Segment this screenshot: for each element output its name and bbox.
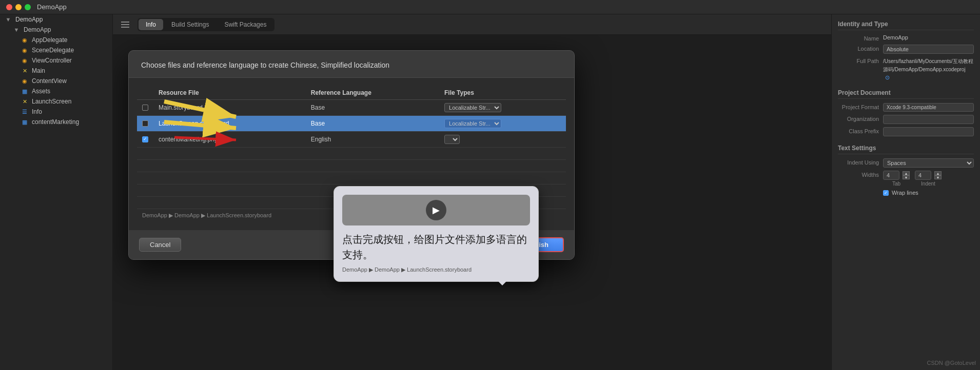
traffic-lights <box>6 4 31 10</box>
sidebar-header[interactable]: ▼ DemoApp <box>0 14 112 25</box>
sidebar-item-assets[interactable]: ▦ Assets <box>0 86 112 96</box>
indent-width-input[interactable] <box>915 171 931 180</box>
text-settings-section: Text Settings Indent Using Spaces Tabs W… <box>838 145 974 196</box>
dialog-header: Choose files and reference language to c… <box>129 51 574 78</box>
stepper-down[interactable]: ▼ <box>934 175 942 179</box>
fullpath-row: Full Path /Users/fazhanli/MyDocuments/互动… <box>838 57 974 81</box>
sidebar-item-label: SceneDelegate <box>32 47 74 54</box>
wrap-lines-label: Wrap lines <box>892 190 918 196</box>
sidebar-item-main[interactable]: ✕ Main <box>0 66 112 76</box>
chevron-icon: ▼ <box>4 16 12 23</box>
table-row-empty <box>137 160 566 172</box>
project-format-row: Project Format <box>838 103 974 112</box>
name-value: DemoApp <box>883 34 974 40</box>
sidebar-item-label: Assets <box>32 88 50 95</box>
sidebar-item-viewcontroller[interactable]: ◉ ViewController <box>0 55 112 66</box>
sidebar-item-label: Main <box>32 67 45 74</box>
sidebar-item-appdelegate[interactable]: ◉ AppDelegate <box>0 35 112 45</box>
sidebar-item-launchscreen[interactable]: ✕ LaunchScreen <box>0 96 112 107</box>
filetype-select[interactable]: Localizable Str... <box>444 103 501 112</box>
maximize-button[interactable] <box>25 4 31 10</box>
indent-stepper: ▲ ▼ <box>934 171 942 179</box>
col-file-types: File Types <box>439 86 566 100</box>
tab-info[interactable]: Info <box>139 19 163 30</box>
stepper-up[interactable]: ▲ <box>934 171 942 175</box>
filetype-select[interactable] <box>444 135 460 144</box>
row-language: English <box>306 132 439 148</box>
row-checkbox[interactable] <box>142 136 148 142</box>
sidebar-item-scenedelegate[interactable]: ◉ SceneDelegate <box>0 45 112 55</box>
class-prefix-label: Class Prefix <box>838 127 879 134</box>
tab-width-input[interactable] <box>883 171 899 180</box>
col-checkbox <box>137 86 153 100</box>
video-play-area[interactable]: ▶ <box>342 195 530 225</box>
title-bar: DemoApp <box>0 0 980 14</box>
row-checkbox-cell[interactable] <box>137 100 153 116</box>
stepper-down[interactable]: ▼ <box>903 175 910 179</box>
swift-file-icon: ◉ <box>21 78 29 85</box>
row-filetype[interactable]: Localizable Str... <box>439 116 566 132</box>
sidebar-item-label: LaunchScreen <box>32 98 71 105</box>
table-row: contentMarketing.png English <box>137 132 566 148</box>
project-format-input[interactable] <box>883 103 974 112</box>
widths-label: Widths <box>838 171 879 178</box>
wrap-lines-spacer <box>838 190 879 191</box>
indent-label: Indent <box>915 181 942 187</box>
watermark: CSDN @GotoLevel <box>927 360 976 366</box>
fullpath-link-icon[interactable]: ⊙ <box>885 74 890 80</box>
filetype-select[interactable]: Localizable Str... <box>444 119 501 128</box>
sidebar-item-label: DemoApp <box>24 26 51 33</box>
widths-row: Widths ▲ ▼ Tab <box>838 171 974 187</box>
row-language: Base <box>306 100 439 116</box>
sidebar-item-label: ViewController <box>32 57 72 64</box>
svg-rect-2 <box>121 27 129 28</box>
tab-swift-packages[interactable]: Swift Packages <box>217 19 273 30</box>
content-area: Info Build Settings Swift Packages Choos… <box>113 14 831 370</box>
table-row: LaunchScreen.storyboard Base Localizable… <box>137 116 566 132</box>
content-toolbar: Info Build Settings Swift Packages <box>113 14 831 35</box>
class-prefix-input[interactable] <box>883 127 974 136</box>
location-input[interactable] <box>883 45 974 54</box>
indent-stepper-row: ▲ ▼ <box>915 171 942 180</box>
row-checkbox-cell[interactable] <box>137 132 153 148</box>
tab-build-settings[interactable]: Build Settings <box>164 19 216 30</box>
sidebar-item-contentview[interactable]: ◉ ContentView <box>0 76 112 86</box>
close-button[interactable] <box>6 4 12 10</box>
minimize-button[interactable] <box>15 4 22 10</box>
fullpath-value: /Users/fazhanli/MyDocuments/互动教程源码/DemoA… <box>883 58 973 72</box>
row-language: Base <box>306 116 439 132</box>
table-row: Main.storyboard Base Localizable Str... <box>137 100 566 116</box>
tooltip-popup: ▶ 点击完成按钮，给图片文件添加多语言的支持。 DemoApp ▶ DemoAp… <box>334 186 539 282</box>
sidebar-item-contentmarketing[interactable]: ▦ contentMarketing <box>0 117 112 127</box>
svg-rect-0 <box>121 22 129 23</box>
col-reference-language: Reference Language <box>306 86 439 100</box>
project-format-label: Project Format <box>838 103 879 110</box>
tab-width-group: ▲ ▼ Tab <box>883 171 910 187</box>
folder-icon: ▼ <box>12 27 21 33</box>
indent-using-select[interactable]: Spaces Tabs <box>883 158 974 168</box>
organization-label: Organization <box>838 115 879 122</box>
organization-row: Organization <box>838 115 974 124</box>
row-checkbox[interactable] <box>142 120 148 127</box>
row-checkbox-cell[interactable] <box>137 116 153 132</box>
indent-width-group: ▲ ▼ Indent <box>915 171 942 187</box>
row-filetype[interactable]: Localizable Str... <box>439 100 566 116</box>
wrap-lines-checkbox[interactable]: ✓ <box>883 190 889 196</box>
project-section-title: Project Document <box>838 89 974 99</box>
sidebar-toggle-button[interactable] <box>119 18 131 31</box>
tooltip-text: 点击完成按钮，给图片文件添加多语言的支持。 <box>342 232 530 262</box>
sidebar-item-info[interactable]: ☰ Info <box>0 107 112 117</box>
wrap-lines-group: ✓ Wrap lines <box>883 190 918 196</box>
stepper-up[interactable]: ▲ <box>903 171 910 175</box>
info-file-icon: ☰ <box>21 109 29 115</box>
tab-stepper: ▲ ▼ <box>903 171 910 179</box>
cancel-button[interactable]: Cancel <box>139 238 181 252</box>
storyboard-icon: ✕ <box>21 98 29 105</box>
sidebar-item-label: ContentView <box>32 77 67 85</box>
organization-input[interactable] <box>883 115 974 124</box>
play-button[interactable]: ▶ <box>426 200 446 220</box>
row-filetype[interactable] <box>439 132 566 148</box>
sidebar-item-demoapp-group[interactable]: ▼ DemoApp <box>0 25 112 35</box>
row-checkbox[interactable] <box>142 105 148 111</box>
identity-section: Identity and Type Name DemoApp Location … <box>838 20 974 81</box>
